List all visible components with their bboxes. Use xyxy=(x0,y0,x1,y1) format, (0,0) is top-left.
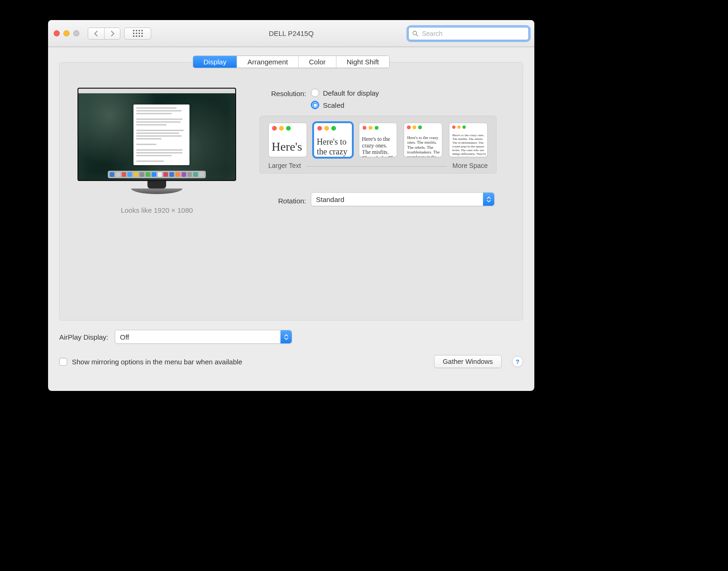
scale-option-5[interactable]: Here's to the crazy ones. The misfits. T… xyxy=(449,123,488,157)
search-field-wrap xyxy=(408,27,529,40)
help-button[interactable]: ? xyxy=(512,356,523,367)
scale-option-4[interactable]: Here's to the crazy ones. The misfits. T… xyxy=(404,123,442,157)
radio-label: Default for display xyxy=(323,89,379,97)
scale-larger-text-label: Larger Text xyxy=(268,162,301,169)
radio-scaled[interactable]: Scaled xyxy=(311,101,379,109)
svg-line-1 xyxy=(416,34,418,35)
nav-buttons xyxy=(88,28,120,40)
radio-label: Scaled xyxy=(323,101,344,109)
svg-point-0 xyxy=(413,31,417,35)
show-all-button[interactable] xyxy=(124,28,151,40)
scale-option-2[interactable]: Here's to the crazy ones. The misfits. T… xyxy=(314,123,352,157)
scale-option-1[interactable]: Here's to the crazy ones. The misfits. T… xyxy=(268,123,307,157)
preferences-window: DELL P2415Q Display Arrangement Color Ni… xyxy=(48,20,534,391)
tabs: Display Arrangement Color Night Shift xyxy=(48,47,534,68)
tab-night-shift[interactable]: Night Shift xyxy=(336,56,389,68)
zoom-window-button xyxy=(73,30,79,36)
tab-color[interactable]: Color xyxy=(298,56,336,68)
toolbar: DELL P2415Q xyxy=(48,20,534,47)
tab-display[interactable]: Display xyxy=(193,56,237,68)
select-stepper-icon xyxy=(483,193,494,206)
window-controls xyxy=(54,30,79,36)
radio-icon xyxy=(311,89,319,97)
grid-icon xyxy=(133,30,143,37)
monitor-preview: Looks like 1920 × 1080 xyxy=(73,88,241,214)
looks-like-label: Looks like 1920 × 1080 xyxy=(73,206,241,214)
back-button[interactable] xyxy=(88,28,104,39)
mirroring-checkbox[interactable] xyxy=(59,358,67,366)
monitor-screen xyxy=(77,88,236,181)
close-window-button[interactable] xyxy=(54,30,60,36)
forward-button[interactable] xyxy=(104,28,120,39)
tab-arrangement[interactable]: Arrangement xyxy=(237,56,298,68)
display-panel: Looks like 1920 × 1080 Resolution: Defau… xyxy=(59,62,523,320)
mirroring-label: Show mirroring options in the menu bar w… xyxy=(72,358,242,366)
search-icon xyxy=(412,30,419,37)
scale-option-3[interactable]: Here's to the crazy ones. The misfits. T… xyxy=(359,123,398,157)
radio-icon xyxy=(311,101,319,109)
bottom-area: AirPlay Display: Off Show mirroring opti… xyxy=(48,327,534,376)
radio-default-for-display[interactable]: Default for display xyxy=(311,89,379,97)
airplay-select[interactable]: Off xyxy=(115,330,292,344)
scale-more-space-label: More Space xyxy=(453,162,488,169)
chevron-right-icon xyxy=(110,31,115,36)
select-stepper-icon xyxy=(280,330,292,343)
rotation-label: Rotation: xyxy=(259,194,311,205)
rotation-select[interactable]: Standard xyxy=(311,192,495,206)
rotation-value: Standard xyxy=(316,195,344,203)
minimize-window-button[interactable] xyxy=(63,30,70,36)
chevron-left-icon xyxy=(94,31,98,36)
resolution-label: Resolution: xyxy=(259,89,311,97)
search-input[interactable] xyxy=(408,27,529,40)
scale-options: Here's to the crazy ones. The misfits. T… xyxy=(259,116,497,174)
scale-divider xyxy=(307,166,447,169)
airplay-value: Off xyxy=(120,333,129,341)
airplay-label: AirPlay Display: xyxy=(59,333,108,341)
gather-windows-button[interactable]: Gather Windows xyxy=(434,355,502,368)
settings-column: Resolution: Default for display Scaled xyxy=(259,88,510,214)
